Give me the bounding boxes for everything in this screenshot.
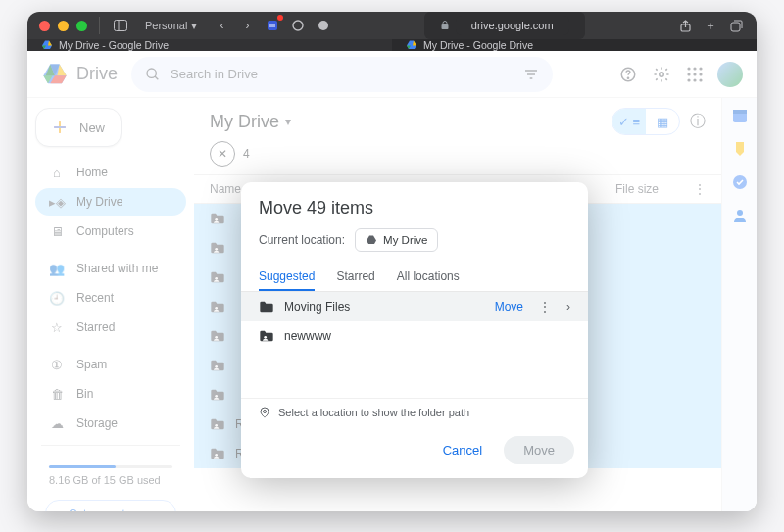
folder-row[interactable]: Moving FilesMove⋮› xyxy=(241,292,588,321)
new-tab-icon[interactable]: ＋ xyxy=(702,17,719,34)
folder-name: Moving Files xyxy=(284,300,485,314)
folder-row[interactable]: newwww xyxy=(241,321,588,351)
url-text: drive.google.com xyxy=(456,16,569,35)
drive-app: Drive Search in Drive xyxy=(27,51,757,511)
move-here-link[interactable]: Move xyxy=(495,300,523,314)
more-icon[interactable]: ⋮ xyxy=(533,300,557,314)
nav-back-icon[interactable]: ‹ xyxy=(213,17,230,34)
separator xyxy=(99,17,100,34)
svg-rect-0 xyxy=(115,21,127,31)
extension-icon-2[interactable] xyxy=(289,17,307,34)
location-icon xyxy=(259,407,270,418)
folder-icon xyxy=(259,300,274,314)
nav-forward-icon[interactable]: › xyxy=(238,17,256,34)
drive-favicon xyxy=(406,39,417,51)
tab-starred[interactable]: Starred xyxy=(336,264,374,291)
profile-label: Personal xyxy=(145,20,187,31)
tab-strip: My Drive - Google Drive My Drive - Googl… xyxy=(27,39,757,51)
move-dialog: Move 49 items Current location: My Drive… xyxy=(241,182,588,478)
current-location-label: Current location: xyxy=(259,233,345,247)
close-window-icon[interactable] xyxy=(39,21,50,31)
svg-rect-7 xyxy=(731,23,740,31)
dialog-title: Move 49 items xyxy=(241,182,588,222)
lock-icon xyxy=(440,21,450,30)
extension-icon[interactable] xyxy=(264,17,281,34)
address-bar[interactable]: drive.google.com xyxy=(340,12,668,39)
sidebar-toggle-icon[interactable] xyxy=(112,17,129,34)
drive-favicon xyxy=(41,39,53,51)
svg-point-3 xyxy=(293,21,303,30)
folder-list: Moving FilesMove⋮›newwww xyxy=(241,292,588,398)
shared-folder-icon xyxy=(259,329,274,343)
current-location-row: Current location: My Drive xyxy=(241,222,588,264)
chevron-down-icon: ▾ xyxy=(191,19,197,32)
titlebar: Personal ▾ ‹ › drive.google.com ＋ xyxy=(27,12,757,39)
svg-rect-5 xyxy=(441,24,448,29)
tab-suggested[interactable]: Suggested xyxy=(259,264,315,291)
svg-point-35 xyxy=(264,336,267,339)
dialog-tabs: Suggested Starred All locations xyxy=(241,264,588,292)
svg-point-4 xyxy=(318,21,328,30)
extension-icon-3[interactable] xyxy=(315,17,332,34)
folder-name: newwww xyxy=(284,329,570,343)
cancel-button[interactable]: Cancel xyxy=(429,436,496,464)
tab-title: My Drive - Google Drive xyxy=(59,39,169,51)
zoom-window-icon[interactable] xyxy=(76,21,87,31)
tabs-overview-icon[interactable] xyxy=(727,17,745,34)
browser-tab[interactable]: My Drive - Google Drive xyxy=(27,39,392,51)
drive-icon xyxy=(366,234,377,246)
minimize-window-icon[interactable] xyxy=(58,21,69,31)
move-button[interactable]: Move xyxy=(504,436,574,464)
tab-title: My Drive - Google Drive xyxy=(423,39,533,51)
chevron-right-icon[interactable]: › xyxy=(566,300,570,314)
share-icon[interactable] xyxy=(676,17,694,34)
current-location-chip[interactable]: My Drive xyxy=(355,228,438,252)
browser-window: Personal ▾ ‹ › drive.google.com ＋ xyxy=(27,12,757,511)
profile-menu[interactable]: Personal ▾ xyxy=(137,17,205,34)
svg-point-36 xyxy=(264,411,267,413)
browser-tab[interactable]: My Drive - Google Drive xyxy=(392,39,757,51)
tab-all-locations[interactable]: All locations xyxy=(397,264,460,291)
dialog-actions: Cancel Move xyxy=(241,426,588,478)
path-hint: Select a location to show the folder pat… xyxy=(241,398,588,426)
